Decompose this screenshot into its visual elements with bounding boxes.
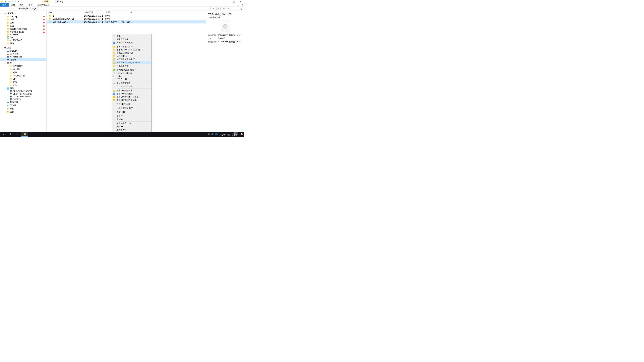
- nav-item[interactable]: 🖥️此电脑: [0, 58, 46, 61]
- column-size[interactable]: 大小: [121, 11, 134, 14]
- nav-item[interactable]: 📁图片: [0, 42, 46, 45]
- ctx-copy[interactable]: 复制(C): [112, 118, 152, 121]
- nav-item[interactable]: 📁天翼云盘下载: [0, 74, 46, 77]
- qat-undo-icon[interactable]: ↶: [14, 0, 17, 3]
- file-row[interactable]: 📁12020/12/15, 星期二 1...文件夹: [46, 14, 206, 17]
- nav-item[interactable]: 📁音乐: [0, 84, 46, 87]
- qat-delete-icon[interactable]: ✕: [11, 0, 14, 3]
- ctx-mount[interactable]: 装载: [112, 35, 152, 38]
- column-headers[interactable]: 名称 修改日期 类型 大小: [46, 11, 206, 14]
- nav-group-quick-access[interactable]: ⌄ ★ 快速访问: [0, 12, 46, 15]
- ctx-360-manage[interactable]: 使用 360管理右键菜单: [112, 98, 152, 102]
- minimize-button[interactable]: ─: [223, 0, 230, 3]
- address-breadcrumb[interactable]: 🖥️ › 此电脑 › 文档 (E:) › ⌄: [17, 7, 211, 10]
- ctx-open-360zip[interactable]: 用360压缩打开(Q): [112, 51, 152, 55]
- ctx-notepad-pp[interactable]: 📝Edit with Notepad++: [112, 71, 152, 75]
- nav-item[interactable]: 📁excel表格制作求和📌: [0, 27, 46, 31]
- ctx-send-to[interactable]: 发送到(N): [112, 111, 152, 114]
- nav-item[interactable]: 📁下载📌: [0, 18, 46, 21]
- tab-share[interactable]: 共享: [18, 3, 26, 6]
- taskbar-clock[interactable]: 16:32 2020/12/25, 星期五: [219, 132, 239, 136]
- nav-item[interactable]: ⌄🌐网络: [0, 87, 46, 90]
- maximize-button[interactable]: ▢: [230, 0, 237, 3]
- nav-back-button[interactable]: ←: [1, 7, 4, 10]
- nav-item[interactable]: 🖥️DESKTOP-LSSOEDP: [0, 90, 46, 93]
- nav-item[interactable]: ⚙控制面板: [0, 101, 46, 104]
- ctx-menu-delete[interactable]: 删除(D): [112, 125, 152, 128]
- ctx-360-scan[interactable]: 使用 360进行木马云查杀: [112, 95, 152, 98]
- ctx-360-delete[interactable]: 使用 360强力删除: [112, 92, 152, 95]
- nav-item[interactable]: 🖥️ZMT2019: [0, 98, 46, 101]
- tab-view[interactable]: 查看: [26, 3, 35, 6]
- ctx-add-zip[interactable]: 添加到 "Win7x64_2020.zip" (T): [112, 48, 152, 51]
- tray-volume-icon[interactable]: 🔊: [207, 133, 210, 135]
- ctx-extract-named[interactable]: 解压到 Win7x64_2020\ (E): [112, 61, 152, 64]
- ctx-other-compress[interactable]: 其他压缩命令: [112, 64, 152, 67]
- ctx-add-archive[interactable]: 添加到压缩文件(A)...: [112, 45, 152, 48]
- nav-group-desktop[interactable]: ⌄ 🖥️ 桌面: [0, 46, 46, 50]
- nav-item[interactable]: 📁软件: [0, 107, 46, 110]
- nav-item[interactable]: ⌄📚库: [0, 61, 46, 64]
- nav-item[interactable]: 📁本机照片: [0, 68, 46, 71]
- column-name[interactable]: 名称: [46, 11, 84, 14]
- ctx-360-release[interactable]: 使用 360解除占用: [112, 89, 152, 92]
- ctx-baidu-upload[interactable]: ☁上传到百度网盘: [112, 82, 152, 85]
- qat-new-folder-icon[interactable]: ▭: [8, 0, 10, 3]
- breadcrumb-pc[interactable]: 此电脑: [22, 7, 28, 10]
- nav-item[interactable]: 📁图片📌: [0, 24, 46, 27]
- nav-item[interactable]: ☁OneDrive: [0, 50, 46, 52]
- file-row[interactable]: 💿Win7x64_2020.iso2020/12/25, 星期五 1...光盘映…: [46, 20, 206, 23]
- nav-recent-dropdown[interactable]: ⌄: [10, 7, 13, 10]
- refresh-button[interactable]: ⟳: [212, 7, 215, 10]
- nav-item[interactable]: 📁Bandicam: [0, 33, 46, 36]
- ctx-restore-previous[interactable]: 还原以前的版本(V): [112, 107, 152, 110]
- close-button[interactable]: ✕: [237, 0, 244, 3]
- nav-item[interactable]: 📁Desktop📌: [0, 15, 46, 18]
- nav-item[interactable]: 📁win7重装win7: [0, 39, 46, 42]
- nav-item[interactable]: 🗑回收站: [0, 104, 46, 107]
- nav-item[interactable]: 📁YUNQISHI2019📌: [0, 31, 46, 33]
- tab-home[interactable]: 主页: [9, 3, 18, 6]
- help-button[interactable]: ?: [240, 3, 244, 6]
- ctx-cut[interactable]: 剪切(T): [112, 115, 152, 118]
- search-input[interactable]: 搜索"文档 (E:)" 🔍: [216, 7, 243, 10]
- ctx-qq-send[interactable]: 通过QQ发送到: [112, 103, 152, 106]
- breadcrumb-drive[interactable]: 文档 (E:): [30, 7, 38, 10]
- ctx-rename[interactable]: 重命名(M): [112, 128, 152, 131]
- action-center-icon[interactable]: 💬3: [240, 133, 243, 135]
- start-button[interactable]: ⊞: [0, 132, 7, 137]
- qat-dropdown-icon[interactable]: ▾: [18, 0, 20, 3]
- nav-forward-button[interactable]: →: [5, 7, 9, 10]
- nav-item[interactable]: 📁保存的图片: [0, 64, 46, 68]
- tray-ime-icon[interactable]: 中: [212, 133, 214, 136]
- nav-up-button[interactable]: ↑: [14, 7, 16, 10]
- nav-item[interactable]: 📁视频: [0, 71, 46, 74]
- ctx-burn[interactable]: 刻录光盘映像: [112, 38, 152, 41]
- ctx-bee-browser[interactable]: 用 蜂蜜浏览器 浏览(3): [112, 68, 152, 71]
- ctx-share[interactable]: ↗共享: [112, 75, 152, 78]
- nav-item[interactable]: ☁WPS网盘: [0, 52, 46, 55]
- column-date[interactable]: 修改日期: [84, 11, 104, 14]
- navigation-pane[interactable]: ⌄ ★ 快速访问 📁Desktop📌📁下载📌📁文档📌📁图片📌📁excel表格制作…: [0, 11, 46, 132]
- ctx-open-with[interactable]: 打开方式(H): [112, 78, 152, 81]
- ctx-create-shortcut[interactable]: 创建快捷方式(S): [112, 122, 152, 125]
- tray-overflow-icon[interactable]: ⌃: [204, 133, 206, 135]
- tab-file[interactable]: 文件: [0, 3, 9, 6]
- task-view-button[interactable]: ⧉: [14, 132, 21, 137]
- qat-check-icon[interactable]: ✔: [4, 0, 7, 3]
- nav-item[interactable]: 📁文件: [0, 110, 46, 113]
- address-dropdown-icon[interactable]: ⌄: [208, 7, 210, 10]
- column-type[interactable]: 类型: [104, 11, 121, 14]
- ribbon-collapse-button[interactable]: ⌄: [236, 3, 240, 6]
- nav-item[interactable]: 📁图片: [0, 77, 46, 80]
- ctx-extract-to[interactable]: 解压到(F)...: [112, 55, 152, 58]
- tab-disc-image-tools[interactable]: 光盘映像工具: [35, 3, 52, 6]
- search-task-button[interactable]: 🔍: [7, 132, 14, 137]
- ctx-youdao[interactable]: 上传到有道云笔记: [112, 41, 152, 44]
- nav-item[interactable]: 🖥️PC-20190530OBLA: [0, 95, 46, 98]
- nav-item[interactable]: 💽G:\: [0, 36, 46, 39]
- tray-network-icon[interactable]: 🌐: [215, 133, 218, 135]
- nav-item[interactable]: 🖥️DESKTOP-NJEU3CG: [0, 93, 46, 95]
- file-row[interactable]: 📁BaiduNetdiskDownload2020/12/25, 星期五 1..…: [46, 17, 206, 20]
- nav-item[interactable]: 👤Administrator: [0, 55, 46, 58]
